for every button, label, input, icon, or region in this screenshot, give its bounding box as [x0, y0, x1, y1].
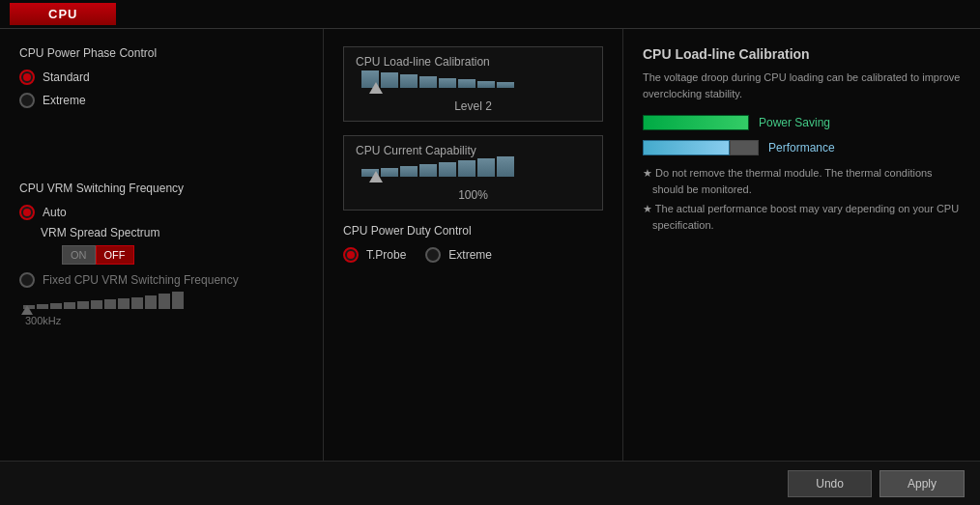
- toggle-off-button[interactable]: OFF: [96, 245, 134, 265]
- freq-step-12: [172, 292, 184, 309]
- cc-bar-2: [381, 168, 398, 177]
- freq-step-9: [131, 297, 143, 309]
- left-panel: CPU Power Phase Control Standard Extreme…: [0, 29, 324, 461]
- vrm-toggle: ON OFF: [62, 245, 139, 265]
- freq-slider-wrapper: [19, 292, 303, 315]
- llc-title: CPU Load-line Calibration: [356, 55, 591, 69]
- legend-label-power-saving: Power Saving: [759, 116, 830, 129]
- radio-auto[interactable]: Auto: [19, 205, 303, 220]
- llc-value: Level 2: [356, 99, 591, 113]
- tab-cpu[interactable]: CPU: [10, 3, 116, 25]
- llc-bar-3: [400, 74, 418, 88]
- llc-bar-7: [477, 81, 495, 88]
- llc-bar-8: [497, 82, 514, 88]
- radio-inner-tprobe: [347, 251, 355, 259]
- cc-bar-6: [458, 160, 476, 177]
- pdc-title: CPU Power Duty Control: [343, 224, 603, 238]
- llc-slider-track: [356, 76, 591, 94]
- cc-bar-5: [439, 162, 456, 177]
- freq-step-3: [50, 303, 62, 309]
- llc-bar-6: [458, 79, 476, 88]
- llc-slider-box: CPU Load-line Calibration Level 2: [343, 46, 603, 122]
- radio-outer-tprobe: [343, 247, 359, 263]
- radio-inner-standard: [23, 73, 31, 81]
- note-text-1: Do not remove the thermal module. The th…: [652, 167, 933, 195]
- bottom-bar: Undo Apply: [0, 461, 980, 505]
- note-star-1: ★: [643, 167, 655, 179]
- legend-label-performance: Performance: [768, 141, 835, 154]
- radio-outer-auto: [19, 205, 35, 220]
- fixed-freq-label-text: Fixed CPU VRM Switching Frequency: [43, 273, 239, 287]
- llc-bar-2: [381, 72, 398, 88]
- note-star-2: ★: [643, 203, 655, 214]
- freq-step-11: [159, 294, 170, 309]
- freq-slider-track: [23, 292, 303, 309]
- note-text-2: The actual performance boost may vary de…: [652, 203, 959, 231]
- llc-thumb: [369, 82, 383, 94]
- current-cap-box: CPU Current Capability 100%: [343, 135, 603, 210]
- note-line-2: ★ The actual performance boost may vary …: [643, 201, 961, 233]
- freq-step-5: [77, 301, 89, 309]
- spread-spectrum-label: VRM Spread Spectrum: [41, 226, 159, 239]
- fixed-freq-row: Fixed CPU VRM Switching Frequency: [19, 272, 303, 288]
- radio-label-extreme: Extreme: [43, 94, 86, 107]
- legend-bar-blue: [643, 140, 730, 155]
- pdc-radios: T.Probe Extreme: [343, 247, 603, 263]
- radio-label-pdc-extreme: Extreme: [448, 248, 492, 262]
- llc-bar-4: [419, 76, 437, 88]
- freq-step-10: [145, 295, 157, 309]
- freq-step-2: [37, 304, 48, 309]
- radio-label-tprobe: T.Probe: [366, 248, 406, 262]
- right-description: The voltage droop during CPU loading can…: [643, 70, 961, 101]
- legend-bar-gray: [730, 140, 759, 155]
- current-cap-title: CPU Current Capability: [356, 144, 591, 157]
- cc-bar-8: [497, 156, 514, 177]
- legend-performance: Performance: [643, 140, 961, 155]
- radio-label-auto: Auto: [43, 206, 67, 219]
- power-phase-title: CPU Power Phase Control: [19, 46, 303, 60]
- cc-bar-3: [400, 166, 418, 177]
- radio-outer-extreme: [19, 93, 35, 108]
- radio-label-standard: Standard: [43, 70, 90, 84]
- right-panel: CPU Load-line Calibration The voltage dr…: [623, 29, 980, 461]
- right-title: CPU Load-line Calibration: [643, 46, 961, 62]
- middle-panel: CPU Load-line Calibration Level 2 CPU Cu…: [324, 29, 623, 461]
- radio-outer-standard: [19, 70, 35, 85]
- cc-bar-7: [477, 158, 495, 177]
- radio-tprobe[interactable]: T.Probe: [343, 247, 406, 263]
- radio-standard[interactable]: Standard: [19, 70, 303, 85]
- freq-step-4: [64, 302, 75, 309]
- vrm-switching-title: CPU VRM Switching Frequency: [19, 182, 303, 195]
- current-cap-track: [356, 165, 591, 182]
- main-content: CPU Power Phase Control Standard Extreme…: [0, 29, 980, 461]
- toggle-on-button[interactable]: ON: [62, 245, 96, 265]
- pdc-section: CPU Power Duty Control T.Probe Extreme: [343, 224, 603, 263]
- undo-button[interactable]: Undo: [788, 470, 872, 497]
- apply-button[interactable]: Apply: [879, 470, 965, 497]
- freq-value: 300kHz: [25, 315, 303, 326]
- legend-bar-green: [643, 115, 749, 130]
- power-phase-group: Standard Extreme: [19, 70, 303, 108]
- freq-thumb: [21, 305, 33, 315]
- freq-step-7: [104, 299, 116, 309]
- radio-extreme[interactable]: Extreme: [19, 93, 303, 108]
- freq-step-6: [91, 300, 102, 309]
- current-cap-value: 100%: [356, 188, 591, 202]
- radio-outer-fixed: [19, 272, 35, 288]
- legend-power-saving: Power Saving: [643, 115, 961, 130]
- right-notes: ★ Do not remove the thermal module. The …: [643, 165, 961, 233]
- cc-bar-4: [419, 164, 437, 177]
- radio-outer-pdc-extreme: [425, 247, 441, 263]
- current-cap-thumb: [369, 171, 383, 182]
- vrm-switching-section: CPU VRM Switching Frequency Auto VRM Spr…: [19, 182, 303, 326]
- tab-bar: CPU: [0, 0, 980, 29]
- freq-step-8: [118, 298, 130, 309]
- note-line-1: ★ Do not remove the thermal module. The …: [643, 165, 961, 197]
- radio-pdc-extreme[interactable]: Extreme: [425, 247, 492, 263]
- radio-inner-auto: [23, 209, 31, 216]
- llc-bar-5: [439, 78, 456, 88]
